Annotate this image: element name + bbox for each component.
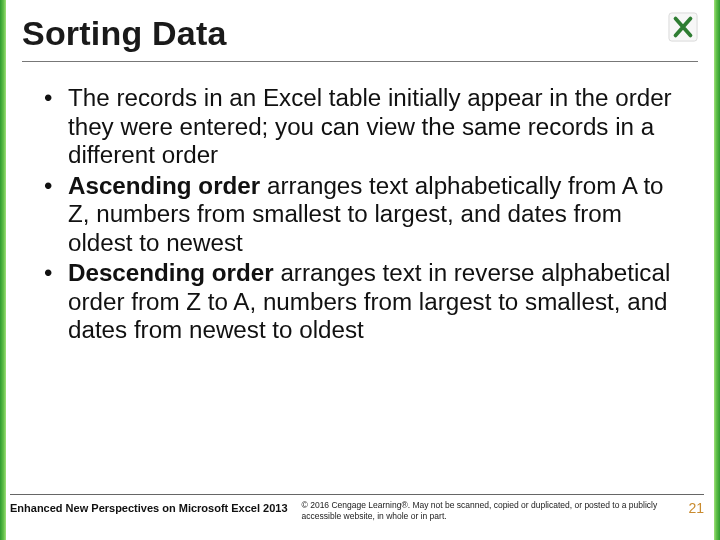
page-number: 21 bbox=[684, 498, 704, 516]
bullet-text-bold: Ascending order bbox=[68, 172, 260, 199]
bullet-item: Ascending order arranges text alphabetic… bbox=[42, 172, 686, 258]
body-area: The records in an Excel table initially … bbox=[42, 84, 686, 488]
title-underline bbox=[22, 61, 698, 62]
bullet-item: Descending order arranges text in revers… bbox=[42, 259, 686, 345]
footer-row: Enhanced New Perspectives on Microsoft E… bbox=[10, 498, 704, 521]
bullet-text-post: The records in an Excel table initially … bbox=[68, 84, 672, 168]
footer: Enhanced New Perspectives on Microsoft E… bbox=[10, 494, 704, 534]
footer-copyright: © 2016 Cengage Learning®. May not be sca… bbox=[302, 498, 670, 521]
footer-left-text: Enhanced New Perspectives on Microsoft E… bbox=[10, 498, 288, 514]
left-edge-accent bbox=[0, 0, 6, 540]
bullet-text-bold: Descending order bbox=[68, 259, 274, 286]
bullet-list: The records in an Excel table initially … bbox=[42, 84, 686, 345]
bullet-item: The records in an Excel table initially … bbox=[42, 84, 686, 170]
title-area: Sorting Data bbox=[22, 14, 698, 62]
right-edge-accent bbox=[714, 0, 720, 540]
footer-rule bbox=[10, 494, 704, 495]
slide: Sorting Data The records in an Excel tab… bbox=[0, 0, 720, 540]
slide-title: Sorting Data bbox=[22, 14, 698, 59]
